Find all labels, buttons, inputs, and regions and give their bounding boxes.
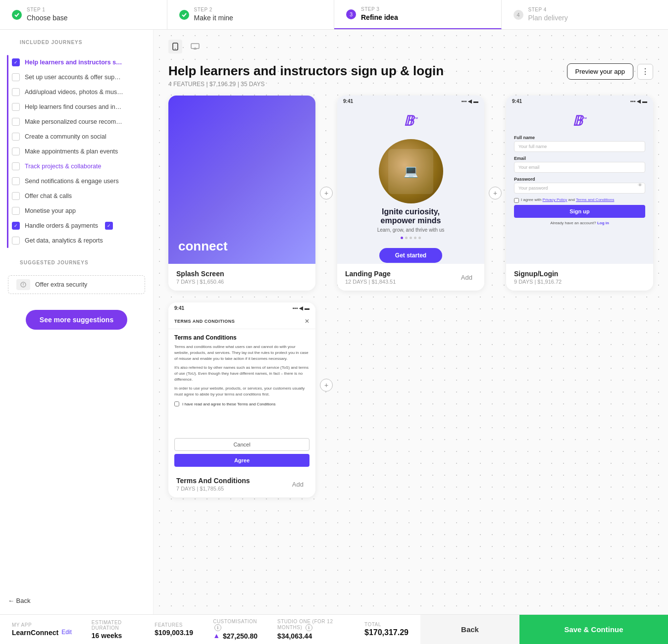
- content-area: Help learners and instructors sign up & …: [154, 30, 668, 614]
- landing-screen-preview: 9:41 ▪▪▪ ◀ ▬ 𝔹™ 💻: [337, 96, 484, 264]
- customisation-info-icon[interactable]: ℹ: [214, 624, 221, 631]
- add-between-2-3-button[interactable]: +: [489, 187, 502, 199]
- signup-phone: 9:41 ▪▪▪ ◀ ▬ 𝔹™ Full name Your full name: [506, 96, 653, 264]
- device-toolbar: [168, 40, 653, 53]
- privacy-link[interactable]: Privacy Policy: [543, 198, 567, 202]
- total-label: TOTAL: [364, 622, 409, 627]
- splash-card-footer: Splash Screen 7 DAYS | $1,650.46: [168, 264, 315, 291]
- journey-text-9: Send notifications & engage users: [25, 178, 119, 185]
- features-label: FEATURES: [154, 622, 193, 628]
- duration-value: 16 weeks: [92, 632, 135, 640]
- terms-modal-body: Terms and Conditions Terms and condition…: [168, 329, 315, 434]
- section-title: Help learners and instructors sign up & …: [168, 63, 444, 79]
- journey-item-10[interactable]: Offer chat & calls: [4, 189, 153, 203]
- journey-text-11: Monetise your app: [25, 207, 76, 214]
- cards-row-1: connect Splash Screen 7 DAYS | $1,650.46: [168, 96, 653, 291]
- empty-slot-2: [337, 302, 484, 497]
- more-options-button[interactable]: ⋮: [637, 64, 653, 80]
- terms-card-meta: 7 DAYS | $1,785.65: [176, 486, 250, 492]
- suggested-label: SUGGESTED JOURNEYS: [8, 260, 145, 265]
- step4-num: 4: [514, 10, 523, 20]
- landing-card: 9:41 ▪▪▪ ◀ ▬ 𝔹™ 💻: [337, 96, 484, 291]
- studio-section: STUDIO ONE (FOR 12 MONTHS) ℹ $34,063.44: [277, 619, 345, 640]
- signup-content: 𝔹™ Full name Your full name Email Your e…: [506, 107, 653, 264]
- add-row2-button[interactable]: +: [320, 379, 333, 392]
- terms-checkbox[interactable]: [514, 198, 519, 203]
- spacer-3: [484, 302, 506, 497]
- terms-modal: 9:41 ▪▪▪ ◀ ▬ TERMS AND CONDITIONS ✕ Term…: [168, 302, 315, 471]
- email-input[interactable]: Your email: [514, 162, 645, 173]
- app-name: LearnConnect: [12, 629, 58, 637]
- see-more-button[interactable]: See more suggestions: [26, 310, 127, 330]
- terms-modal-footer: Cancel Agree: [168, 434, 315, 471]
- landing-card-inner: 9:41 ▪▪▪ ◀ ▬ 𝔹™ 💻: [337, 96, 484, 291]
- journey-item-5[interactable]: Make personalized course recommendat: [4, 114, 153, 129]
- journey-item-8[interactable]: Track projects & collaborate: [4, 159, 153, 174]
- edit-link[interactable]: Edit: [61, 629, 72, 636]
- landing-dots: [401, 237, 421, 239]
- plus-between-2-3: +: [484, 96, 506, 291]
- terms-link[interactable]: Terms and Conditions: [576, 198, 614, 202]
- cards-row-2: 9:41 ▪▪▪ ◀ ▬ TERMS AND CONDITIONS ✕ Term…: [168, 302, 653, 497]
- back-sidebar-link[interactable]: ← Back: [8, 597, 31, 604]
- signup-button[interactable]: Sign up: [514, 205, 645, 218]
- step-4[interactable]: 4 STEP 4 Plan delivery: [502, 0, 668, 29]
- journey-item-4[interactable]: Help learners find courses and instructo…: [4, 99, 153, 114]
- terms-close-icon[interactable]: ✕: [305, 318, 309, 325]
- landing-card-name: Landing Page: [345, 270, 396, 278]
- step1-name: Choose base: [27, 14, 68, 22]
- add-between-1-2-button[interactable]: +: [320, 187, 333, 199]
- landing-add-button[interactable]: Add: [457, 272, 476, 283]
- journey-item-6[interactable]: Create a community on social: [4, 129, 153, 144]
- landing-content: 𝔹™ 💻 Ignite curiosity,: [337, 107, 484, 264]
- terms-agree-button[interactable]: Agree: [174, 454, 309, 467]
- signup-card-meta: 9 DAYS | $1,916.72: [514, 279, 562, 285]
- step1-label: STEP 1: [27, 7, 68, 12]
- suggested-section: SUGGESTED JOURNEYS Offer extra security: [0, 260, 153, 294]
- journey-item-1[interactable]: Help learners and instructors sign up & …: [4, 55, 153, 70]
- customisation-up-icon: ▲: [213, 632, 220, 640]
- journey-item-11[interactable]: Monetise your app: [4, 203, 153, 218]
- landing-phone: 9:41 ▪▪▪ ◀ ▬ 𝔹™ 💻: [337, 96, 484, 264]
- step4-name: Plan delivery: [528, 14, 568, 22]
- dot-4: [414, 237, 416, 239]
- terms-read-checkbox[interactable]: [174, 401, 179, 406]
- section-meta: 4 FEATURES | $7,196.29 | 35 DAYS: [168, 81, 444, 88]
- terms-cancel-button[interactable]: Cancel: [174, 438, 309, 451]
- preview-button[interactable]: Preview your app: [567, 63, 633, 80]
- splash-card: connect Splash Screen 7 DAYS | $1,650.46: [168, 96, 315, 291]
- password-label: Password: [514, 177, 645, 182]
- terms-add-button[interactable]: Add: [288, 479, 308, 490]
- journey-item-3[interactable]: Add/upload videos, photos & music for c: [4, 85, 153, 99]
- signup-form: Full name Your full name Email Your emai…: [512, 135, 647, 225]
- journey-item-9[interactable]: Send notifications & engage users: [4, 174, 153, 189]
- features-value: $109,003.19: [154, 629, 193, 637]
- step-3[interactable]: 3 STEP 3 Refine idea: [334, 0, 502, 29]
- password-eye-icon[interactable]: 👁: [638, 183, 642, 188]
- dot-1: [401, 237, 403, 239]
- step-2[interactable]: STEP 2 Make it mine: [167, 0, 335, 29]
- journey-text-6: Create a community on social: [25, 133, 106, 140]
- journey-check-9: [12, 177, 20, 185]
- journey-item-2[interactable]: Set up user accounts & offer support: [4, 70, 153, 85]
- dot-2: [405, 237, 408, 239]
- terms-card-inner: 9:41 ▪▪▪ ◀ ▬ TERMS AND CONDITIONS ✕ Term…: [168, 302, 315, 497]
- save-continue-button[interactable]: Save & Continue: [519, 615, 668, 644]
- fullname-label: Full name: [514, 135, 645, 140]
- fullname-input[interactable]: Your full name: [514, 141, 645, 152]
- journey-item-7[interactable]: Make appointments & plan events: [4, 144, 153, 159]
- mobile-view-icon[interactable]: [168, 40, 182, 53]
- suggested-item-1[interactable]: Offer extra security: [8, 275, 145, 294]
- step4-label: STEP 4: [528, 7, 568, 12]
- landing-subtitle: Learn, grow, and thrive with us: [377, 227, 445, 233]
- customisation-section: CUSTOMISATION ℹ ▲ $27,250.80: [213, 619, 257, 640]
- login-link[interactable]: Log in: [597, 221, 609, 225]
- journey-item-12[interactable]: Handle orders & payments ✓: [4, 218, 153, 233]
- step-1[interactable]: STEP 1 Choose base: [0, 0, 167, 29]
- desktop-view-icon[interactable]: [188, 40, 202, 53]
- back-button[interactable]: Back: [420, 615, 519, 644]
- journey-item-13[interactable]: Get data, analytics & reports: [4, 233, 153, 248]
- password-input[interactable]: Your password: [514, 183, 645, 194]
- get-started-button[interactable]: Get started: [379, 248, 442, 263]
- studio-info-icon[interactable]: ℹ: [306, 624, 312, 631]
